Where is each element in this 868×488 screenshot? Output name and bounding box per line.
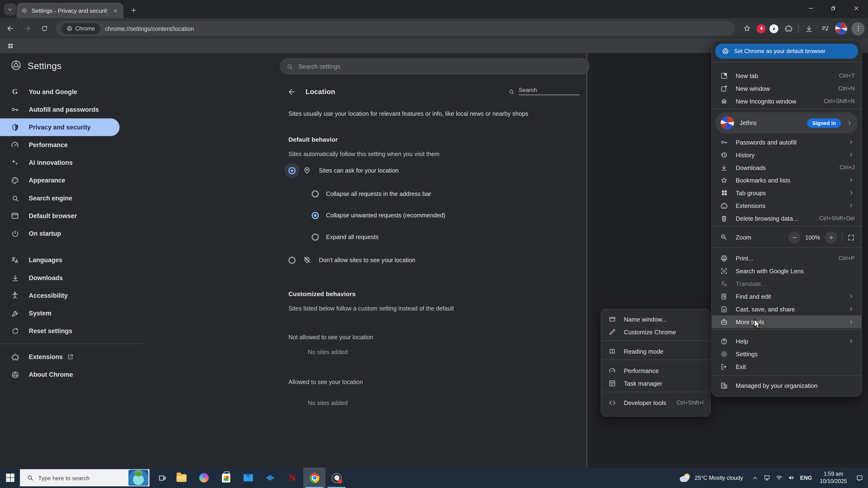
radio-unselected[interactable] <box>288 257 296 264</box>
key-icon <box>10 105 20 114</box>
sidebar-item-you-and-google[interactable]: GYou and Google <box>0 83 155 101</box>
tab-close-icon[interactable] <box>111 7 119 14</box>
tray-network-icon[interactable] <box>776 474 783 481</box>
menu-item-more-tools[interactable]: More tools <box>712 316 861 328</box>
sidebar-item-extensions[interactable]: Extensions <box>0 348 155 366</box>
window-minimize-button[interactable] <box>802 0 820 17</box>
active-tab[interactable]: Settings - Privacy and security <box>17 3 123 19</box>
tray-display-icon[interactable] <box>764 474 771 481</box>
submenu-item-customize-chrome[interactable]: Customize Chrome <box>601 325 710 338</box>
search-highlight-image[interactable] <box>128 470 148 486</box>
radio-unselected[interactable] <box>312 233 319 240</box>
back-arrow-icon[interactable] <box>287 88 296 96</box>
radio-dont-allow[interactable]: Don't allow sites to see your location <box>288 252 415 268</box>
menu-item-new-window[interactable]: New windowCtrl+N <box>712 82 861 95</box>
set-default-browser-banner[interactable]: Set Chrome as your default browser <box>715 44 858 59</box>
submenu-item-reading-mode[interactable]: Reading mode <box>601 345 710 357</box>
tray-volume-icon[interactable] <box>788 474 795 481</box>
browser-menu-button[interactable] <box>851 22 865 35</box>
menu-item-print[interactable]: Print...Ctrl+P <box>712 252 861 264</box>
menu-item-exit[interactable]: Exit <box>712 360 861 373</box>
window-close-button[interactable] <box>847 0 866 17</box>
sidebar-item-on-startup[interactable]: On startup <box>0 225 155 242</box>
taskbar-microsoft-store[interactable] <box>215 467 237 488</box>
menu-item-bookmarks-lists[interactable]: Bookmarks and lists <box>712 174 861 187</box>
bookmark-star-button[interactable] <box>741 22 753 35</box>
radio-collapse-all[interactable]: Collapse all requests in the address bar <box>312 186 431 201</box>
menu-item-new-incognito-window[interactable]: New Incognito windowCtrl+Shift+N <box>712 95 861 107</box>
sidebar-item-system[interactable]: System <box>0 304 155 322</box>
sidebar-item-autofill[interactable]: Autofill and passwords <box>0 101 155 118</box>
menu-item-find-and-edit[interactable]: Find and edit <box>712 290 861 303</box>
menu-item-cast-save-share[interactable]: Cast, save, and share <box>712 303 861 316</box>
sidebar-item-appearance[interactable]: Appearance <box>0 172 155 189</box>
sidebar-item-search-engine[interactable]: Search engine <box>0 189 155 207</box>
sidebar-item-languages[interactable]: Languages <box>0 251 155 269</box>
sidebar-item-accessibility[interactable]: Accessibility <box>0 287 155 304</box>
zoom-in-button[interactable] <box>825 231 837 243</box>
panel-search-field[interactable]: Search <box>508 86 580 95</box>
radio-expand-all[interactable]: Expand all requests <box>312 229 379 245</box>
sidebar-item-about-chrome[interactable]: About Chrome <box>0 366 155 383</box>
menu-item-extensions[interactable]: Extensions <box>712 199 861 212</box>
extension-red-icon[interactable] <box>757 24 766 33</box>
menu-item-settings[interactable]: Settings <box>712 348 861 360</box>
forward-button[interactable] <box>20 21 34 36</box>
sidebar-item-downloads[interactable]: Downloads <box>0 269 155 287</box>
sidebar-item-reset-settings[interactable]: Reset settings <box>0 322 155 340</box>
tray-expand-icon[interactable] <box>752 475 758 481</box>
taskbar-weather[interactable]: 25°C Mostly cloudy <box>674 474 748 482</box>
menu-item-passwords-autofill[interactable]: Passwords and autofill <box>712 135 861 148</box>
taskbar-chrome[interactable] <box>303 467 326 488</box>
menu-profile-row[interactable]: Jethro Signed in <box>715 112 858 133</box>
menu-item-history[interactable]: History <box>712 148 861 161</box>
sidebar-item-privacy-security[interactable]: Privacy and security <box>0 118 120 136</box>
tab-search-button[interactable] <box>4 3 16 15</box>
reload-button[interactable] <box>37 21 52 36</box>
start-button[interactable] <box>0 467 20 488</box>
sidebar-item-performance[interactable]: Performance <box>0 136 155 154</box>
menu-item-tab-groups[interactable]: Tab groups <box>712 187 861 199</box>
reading-list-button[interactable] <box>819 22 831 35</box>
new-tab-button[interactable] <box>128 4 139 15</box>
radio-selected[interactable] <box>312 212 319 219</box>
radio-sites-can-ask[interactable]: Sites can ask for your location <box>288 163 399 178</box>
sidebar-item-ai-innovations[interactable]: AI innovations <box>0 154 155 171</box>
taskbar-obs[interactable] <box>326 467 348 488</box>
menu-item-delete-browsing-data[interactable]: Delete browsing data...Ctrl+Shift+Del <box>712 212 861 225</box>
menu-item-help[interactable]: Help <box>712 335 861 348</box>
radio-collapse-unwanted[interactable]: Collapse unwanted requests (recommended) <box>312 207 445 223</box>
site-chip[interactable]: Chrome <box>62 23 100 34</box>
menu-item-managed[interactable]: Managed by your organization <box>712 379 861 392</box>
taskbar-copilot[interactable] <box>193 467 215 488</box>
downloads-button[interactable] <box>803 22 815 35</box>
radio-unselected[interactable] <box>312 190 319 197</box>
menu-item-google-lens[interactable]: Search with Google Lens <box>712 264 861 277</box>
radio-selected[interactable] <box>288 167 296 174</box>
zoom-out-button[interactable] <box>788 231 801 243</box>
tray-language[interactable]: ENG <box>800 475 812 481</box>
action-center-button[interactable] <box>851 467 868 488</box>
taskbar-netflix[interactable]: N <box>281 467 303 488</box>
extensions-puzzle-button[interactable] <box>782 22 795 35</box>
fullscreen-icon[interactable] <box>847 234 855 241</box>
window-restore-button[interactable] <box>824 0 842 17</box>
submenu-item-name-window[interactable]: Name window... <box>601 313 710 325</box>
taskbar-clock[interactable]: 1:59 am 10/10/2025 <box>815 471 851 484</box>
extension-compass-icon[interactable] <box>769 24 778 33</box>
sidebar-item-default-browser[interactable]: Default browser <box>0 207 155 225</box>
profile-avatar[interactable] <box>835 22 847 35</box>
menu-item-new-tab[interactable]: New tabCtrl+T <box>712 69 861 82</box>
taskbar-app-shield[interactable] <box>259 467 281 488</box>
address-bar[interactable]: Chrome chrome://settings/content/locatio… <box>56 21 735 36</box>
apps-grid-icon[interactable] <box>4 40 17 52</box>
back-button[interactable] <box>3 21 17 36</box>
task-view-button[interactable] <box>154 467 170 488</box>
taskbar-file-explorer[interactable] <box>170 467 193 488</box>
submenu-item-developer-tools[interactable]: Developer toolsCtrl+Shift+I <box>601 396 710 409</box>
taskbar-mail[interactable] <box>237 467 259 488</box>
submenu-item-task-manager[interactable]: Task manager <box>601 377 710 389</box>
taskbar-search-box[interactable]: Type here to search <box>20 469 149 486</box>
submenu-item-performance[interactable]: Performance <box>601 364 710 377</box>
menu-item-downloads[interactable]: DownloadsCtrl+J <box>712 161 861 174</box>
